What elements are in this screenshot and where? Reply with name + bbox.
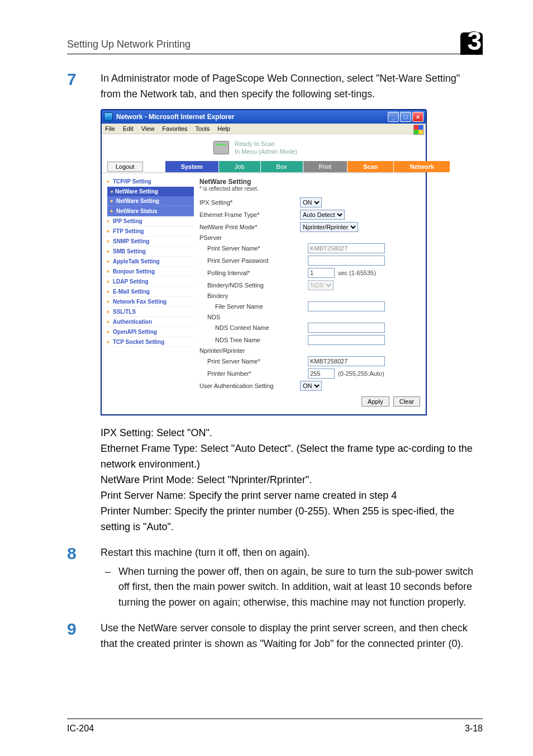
group-bindery: Bindery <box>207 292 308 299</box>
input-printer-number[interactable] <box>308 368 335 379</box>
status-line-1: Ready to Scan <box>235 140 297 148</box>
apply-button[interactable]: Apply <box>361 396 389 407</box>
desc-line-4: Print Server Name: Specify the print ser… <box>101 488 483 504</box>
select-user-auth[interactable]: ON <box>300 381 322 391</box>
embedded-screenshot: Network - Microsoft Internet Explorer _ … <box>101 109 427 416</box>
sidebar-item-netfax[interactable]: Network Fax Setting <box>107 297 194 307</box>
input-nds-context[interactable] <box>308 323 385 333</box>
settings-sidebar: TCP/IP Setting NetWare Setting NetWare S… <box>107 177 194 407</box>
sidebar-item-netware-setting[interactable]: NetWare Setting <box>107 196 194 206</box>
label-nds-context: NDS Context Name <box>215 324 308 331</box>
sidebar-item-openapi[interactable]: OpenAPI Setting <box>107 327 194 337</box>
sidebar-item-tcpsocket[interactable]: TCP Socket Setting <box>107 337 194 347</box>
sidebar-item-ldap[interactable]: LDAP Setting <box>107 277 194 287</box>
label-print-mode: NetWare Print Mode* <box>199 224 300 230</box>
window-titlebar: Network - Microsoft Internet Explorer _ … <box>102 110 426 124</box>
label-bindnds: Bindery/NDS Setting <box>207 282 308 289</box>
maximize-button[interactable]: □ <box>400 112 411 122</box>
section-title: Setting Up Network Printing <box>67 39 191 50</box>
label-file-server: File Server Name <box>215 303 308 310</box>
input-np-ps-name[interactable] <box>308 356 385 366</box>
tab-job[interactable]: Job <box>219 161 261 172</box>
input-nds-tree[interactable] <box>308 335 385 345</box>
step-number-9: 9 <box>67 621 101 652</box>
tab-box[interactable]: Box <box>261 161 303 172</box>
sidebar-item-tcpip[interactable]: TCP/IP Setting <box>107 177 194 187</box>
step-9-text: Use the NetWare server console to displa… <box>101 621 483 652</box>
suffix-printer-number: (0-255,255:Auto) <box>338 370 384 377</box>
step-number-7: 7 <box>67 71 101 102</box>
footer-right: 3-18 <box>465 724 483 734</box>
menu-view[interactable]: View <box>141 125 155 132</box>
tab-scan[interactable]: Scan <box>348 161 394 172</box>
chapter-badge: 3 <box>449 22 483 50</box>
group-pserver: PServer <box>199 234 300 241</box>
footer-left: IC-204 <box>67 724 94 734</box>
menu-tools[interactable]: Tools <box>196 125 210 132</box>
input-poll-interval[interactable] <box>308 268 335 278</box>
desc-line-2: Ethernet Frame Type: Select "Auto Detect… <box>101 441 483 472</box>
label-np-ps-name: Print Server Name* <box>207 358 308 365</box>
label-poll: Polling Interval* <box>207 270 308 276</box>
browser-menubar: File Edit View Favorites Tools Help <box>102 124 426 134</box>
status-line-2: In Menu (Admin Mode) <box>235 148 297 155</box>
sidebar-item-ftp[interactable]: FTP Setting <box>107 226 194 237</box>
panel-note: * is reflected after reset. <box>199 186 420 192</box>
page-footer: IC-204 3-18 <box>67 719 483 734</box>
desc-line-5: Printer Number: Specify the printer numb… <box>101 504 483 535</box>
sidebar-item-appletalk[interactable]: AppleTalk Setting <box>107 257 194 267</box>
ie-throbber-icon <box>413 125 423 135</box>
clear-button[interactable]: Clear <box>393 396 420 407</box>
input-file-server[interactable] <box>308 301 385 311</box>
step-7-text: In Administrator mode of PageScope Web C… <box>101 71 483 102</box>
tab-network[interactable]: Network <box>394 161 450 172</box>
group-nprinter: Nprinter/Rprinter <box>199 347 300 354</box>
sidebar-item-smb[interactable]: SMB Setting <box>107 247 194 257</box>
label-ipx: IPX Setting* <box>199 199 300 206</box>
menu-edit[interactable]: Edit <box>123 125 134 132</box>
tab-system[interactable]: System <box>165 161 219 172</box>
select-print-mode[interactable]: Nprinter/Rprinter <box>300 222 358 232</box>
input-ps-name[interactable] <box>308 243 385 253</box>
desc-line-3: NetWare Print Mode: Select "Nprinter/Rpr… <box>101 472 483 488</box>
desc-line-1: IPX Setting: Select "ON". <box>101 426 483 441</box>
group-nds: NDS <box>207 314 308 320</box>
chapter-number: 3 <box>467 26 482 56</box>
label-printer-number: Printer Number* <box>207 370 308 377</box>
select-ipx[interactable]: ON <box>300 197 322 207</box>
menu-help[interactable]: Help <box>217 125 230 132</box>
sidebar-item-ssl[interactable]: SSL/TLS <box>107 307 194 317</box>
label-frame: Ethernet Frame Type* <box>199 211 300 218</box>
menu-favorites[interactable]: Favorites <box>162 125 187 132</box>
tab-print[interactable]: Print <box>303 161 348 172</box>
label-ps-password: Print Server Password <box>207 257 308 264</box>
device-status-area: Ready to Scan In Menu (Admin Mode) <box>102 134 426 159</box>
main-tab-row: Logout System Job Box Print Scan Network <box>102 159 426 172</box>
suffix-poll: sec (1-65535) <box>338 270 376 276</box>
label-nds-tree: NDS Tree Name <box>215 337 308 343</box>
menu-file[interactable]: File <box>105 125 115 132</box>
step-number-8: 8 <box>67 545 101 611</box>
close-button[interactable]: × <box>412 112 423 122</box>
step-8-bullet: When turning the power off, then on agai… <box>114 564 483 611</box>
step-7-description: IPX Setting: Select "ON". Ethernet Frame… <box>101 426 483 535</box>
sidebar-item-email[interactable]: E-Mail Setting <box>107 287 194 297</box>
panel-title: NetWare Setting <box>199 178 420 186</box>
input-ps-password[interactable] <box>308 256 385 266</box>
step-8-text: Restart this machine (turn it off, then … <box>101 545 483 561</box>
logout-button[interactable]: Logout <box>107 162 143 172</box>
sidebar-item-snmp[interactable]: SNMP Setting <box>107 237 194 247</box>
label-user-auth: User Authentication Setting <box>199 382 300 389</box>
sidebar-item-bonjour[interactable]: Bonjour Setting <box>107 267 194 277</box>
sidebar-item-netware-status[interactable]: NetWare Status <box>107 206 194 216</box>
select-bindnds: NDS <box>308 280 334 290</box>
sidebar-group-netware[interactable]: NetWare Setting <box>107 187 194 196</box>
sidebar-item-ipp[interactable]: IPP Setting <box>107 216 194 226</box>
label-ps-name: Print Server Name* <box>207 245 308 252</box>
minimize-button[interactable]: _ <box>388 112 399 122</box>
settings-panel: NetWare Setting * is reflected after res… <box>199 177 420 407</box>
ie-icon <box>104 112 113 121</box>
window-title: Network - Microsoft Internet Explorer <box>116 113 234 121</box>
select-frame-type[interactable]: Auto Detect <box>300 210 345 220</box>
sidebar-item-auth[interactable]: Authentication <box>107 317 194 327</box>
